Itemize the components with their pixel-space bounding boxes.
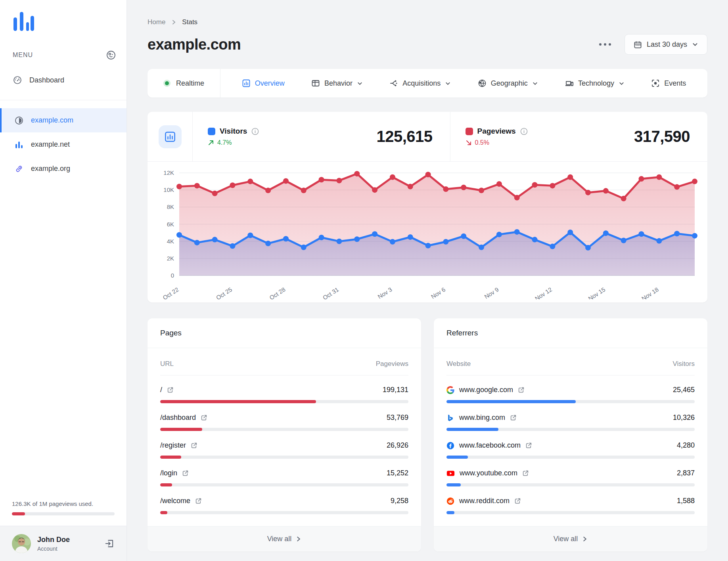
contrast-icon bbox=[14, 116, 24, 125]
table-row: /login 15,252 bbox=[160, 469, 408, 486]
svg-text:Oct 28: Oct 28 bbox=[268, 286, 286, 299]
referrer-bar bbox=[446, 511, 695, 514]
breadcrumb-home-link[interactable]: Home bbox=[148, 18, 165, 26]
tab-events[interactable]: Events bbox=[651, 79, 686, 88]
page-url-link[interactable]: /register bbox=[160, 441, 197, 450]
overview-card: Visitors 4.7% 125,615 bbox=[148, 112, 707, 303]
page-url-link[interactable]: /dashboard bbox=[160, 414, 207, 422]
external-link-icon[interactable] bbox=[182, 470, 189, 477]
page-url-link[interactable]: / bbox=[160, 386, 174, 394]
chart-area: 02K4K6K8K10K12KOct 22Oct 25Oct 28Oct 31N… bbox=[148, 162, 707, 303]
site-label: example.net bbox=[31, 140, 70, 149]
chevron-down-icon bbox=[445, 80, 451, 86]
referrers-view-all-button[interactable]: View all bbox=[434, 526, 707, 551]
date-range-button[interactable]: Last 30 days bbox=[625, 34, 707, 55]
tab-realtime[interactable]: Realtime bbox=[148, 69, 220, 98]
stat-pageviews: Pageviews 0.5% 317,590 bbox=[450, 112, 708, 161]
svg-text:Nov 15: Nov 15 bbox=[587, 286, 606, 299]
external-link-icon[interactable] bbox=[510, 414, 517, 421]
account-footer[interactable]: John Doe Account bbox=[0, 526, 126, 561]
column-website: Website bbox=[446, 360, 471, 368]
info-icon[interactable] bbox=[520, 128, 528, 135]
chevron-down-icon bbox=[619, 80, 625, 86]
app-logo-icon[interactable] bbox=[0, 0, 126, 34]
account-info: John Doe Account bbox=[37, 536, 70, 552]
tab-label: Acquisitions bbox=[402, 79, 441, 88]
acquisitions-icon bbox=[389, 79, 398, 88]
external-link-icon[interactable] bbox=[191, 442, 197, 449]
table-row: www.facebook.com 4,280 bbox=[446, 441, 695, 459]
tab-overview[interactable]: Overview bbox=[242, 79, 285, 88]
referrer-bar bbox=[446, 400, 695, 403]
svg-text:12K: 12K bbox=[163, 169, 174, 176]
column-visitors: Visitors bbox=[673, 360, 695, 368]
sidebar-item-dashboard[interactable]: Dashboard bbox=[0, 69, 126, 91]
trend-up-icon bbox=[208, 140, 214, 146]
page-value: 26,926 bbox=[387, 441, 408, 450]
menu-heading: MENU bbox=[13, 52, 33, 59]
calendar-icon bbox=[634, 40, 642, 49]
tab-label: Technology bbox=[578, 79, 614, 88]
events-target-icon bbox=[651, 79, 660, 88]
svg-text:0: 0 bbox=[171, 272, 174, 279]
tab-acquisitions[interactable]: Acquisitions bbox=[389, 79, 451, 88]
info-icon[interactable] bbox=[251, 128, 259, 135]
sidebar-site-example-net[interactable]: example.net bbox=[0, 132, 126, 157]
referrer-link[interactable]: www.google.com bbox=[446, 386, 525, 394]
trend-down-icon bbox=[466, 140, 472, 146]
external-link-icon[interactable] bbox=[518, 387, 525, 393]
external-link-icon[interactable] bbox=[522, 470, 529, 477]
table-row: / 199,131 bbox=[160, 386, 408, 403]
table-row: www.google.com 25,465 bbox=[446, 386, 695, 403]
external-link-icon[interactable] bbox=[167, 387, 174, 393]
chevron-right-icon bbox=[295, 536, 301, 542]
referrers-columns: Website Visitors bbox=[446, 352, 695, 375]
logo-bars-icon bbox=[12, 10, 35, 33]
external-link-icon[interactable] bbox=[514, 498, 521, 504]
column-pageviews: Pageviews bbox=[376, 360, 408, 368]
traffic-line-chart[interactable]: 02K4K6K8K10K12KOct 22Oct 25Oct 28Oct 31N… bbox=[154, 167, 701, 299]
avatar bbox=[12, 534, 31, 553]
page-bar bbox=[160, 400, 408, 403]
overview-icon bbox=[242, 79, 251, 88]
visitors-swatch bbox=[208, 128, 215, 135]
page-url-link[interactable]: /welcome bbox=[160, 497, 202, 505]
sidebar-site-example-com[interactable]: example.com bbox=[0, 108, 126, 132]
referrer-link[interactable]: www.reddit.com bbox=[446, 497, 521, 505]
tab-technology[interactable]: Technology bbox=[565, 79, 625, 88]
usage-progressbar bbox=[12, 512, 115, 515]
svg-text:Oct 31: Oct 31 bbox=[322, 286, 340, 299]
title-row: example.com Last 30 days bbox=[148, 34, 707, 55]
tab-geographic[interactable]: Geographic bbox=[478, 79, 538, 88]
referrers-card-title: Referrers bbox=[434, 318, 707, 348]
stats-header-row: Visitors 4.7% 125,615 bbox=[148, 112, 707, 162]
table-row: /register 26,926 bbox=[160, 441, 408, 459]
referrer-link[interactable]: www.facebook.com bbox=[446, 441, 532, 450]
svg-text:10K: 10K bbox=[163, 186, 174, 193]
tab-behavior[interactable]: Behavior bbox=[311, 79, 363, 88]
logout-icon[interactable] bbox=[104, 538, 115, 549]
visitors-value: 125,615 bbox=[376, 128, 432, 146]
sidebar-site-example-org[interactable]: example.org bbox=[0, 157, 126, 181]
behavior-icon bbox=[311, 79, 320, 88]
referrer-bar bbox=[446, 428, 695, 431]
referrer-link[interactable]: www.bing.com bbox=[446, 414, 517, 422]
stat-visitors-info: Visitors 4.7% bbox=[208, 127, 259, 146]
more-options-button[interactable] bbox=[597, 41, 613, 48]
mood-icon[interactable] bbox=[106, 50, 116, 60]
referrer-link[interactable]: www.youtube.com bbox=[446, 469, 529, 477]
pageviews-value: 317,590 bbox=[634, 128, 690, 146]
tab-label: Geographic bbox=[491, 79, 528, 88]
pages-view-all-button[interactable]: View all bbox=[148, 526, 421, 551]
external-link-icon[interactable] bbox=[201, 414, 207, 421]
bottom-cards: Pages URL Pageviews / 199,131 bbox=[148, 318, 707, 551]
usage-meter: 126.3K of 1M pageviews used. bbox=[0, 500, 126, 515]
reddit-favicon bbox=[446, 497, 454, 505]
external-link-icon[interactable] bbox=[525, 442, 532, 449]
referrer-value: 25,465 bbox=[673, 386, 695, 394]
main-content: Home Stats example.com Last 30 days bbox=[127, 0, 728, 561]
facebook-favicon bbox=[446, 442, 454, 450]
external-link-icon[interactable] bbox=[195, 498, 202, 504]
page-value: 53,769 bbox=[387, 414, 408, 422]
page-url-link[interactable]: /login bbox=[160, 469, 189, 477]
